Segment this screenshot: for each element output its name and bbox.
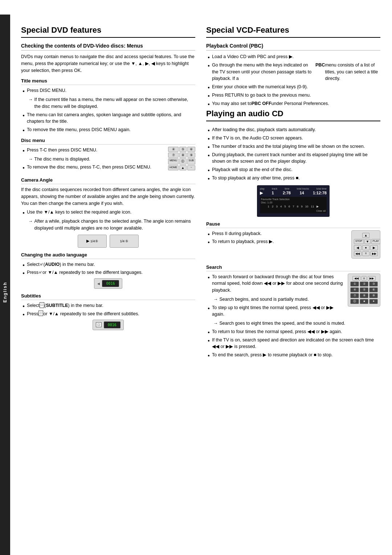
list-item: You may also set to PBC OFF under Person… (206, 100, 380, 107)
sr-k9: ⑨ (369, 293, 378, 298)
pause-section: Pause ▲ STOP ▼ PLAY (206, 221, 380, 260)
pbc-title: Playback Control (PBC) (206, 43, 380, 50)
arrow-item: If the current title has a menu, the men… (21, 96, 195, 110)
key-menu: MENU (168, 158, 179, 165)
key-sub: SUB (187, 158, 195, 165)
audio-cd-section: Playing an audio CD After loading the di… (206, 109, 380, 216)
list-item: Go through the menu with the keys indica… (206, 62, 380, 82)
search-list3: To return to four times the normal speed… (206, 328, 380, 358)
arrow-item: The disc menu is displayed. (21, 156, 164, 163)
lcd-time-label: time (285, 187, 289, 190)
title-menus-section: Title menus Press DISC MENU. If the curr… (21, 78, 195, 133)
list-item: Load a Video CD with PBC and press ▶. (206, 53, 380, 60)
list-item: The number of tracks and the total playi… (206, 143, 380, 150)
audio-cd-list: After loading the disc, playback starts … (206, 126, 380, 181)
audio-lang-image: ◀ 0016 (21, 278, 195, 289)
cam-img-1: ▶ 1/4⑤ (78, 235, 107, 248)
key-5: ⑤ (179, 147, 187, 152)
pbc-section: Playback Control (PBC) Load a Video CD w… (206, 43, 380, 107)
list-item: Use the ▼/▲ keys to select the required … (21, 209, 195, 216)
list-item: If the TV is on, search speed and direct… (206, 337, 380, 351)
left-column: Special DVD features Checking the conten… (21, 25, 195, 555)
sr-k6: ⑥ (369, 287, 378, 292)
key-0: ⓪ (179, 158, 187, 165)
list-item: To return to four times the normal speed… (206, 328, 380, 335)
key-center-btn: ● (362, 245, 370, 250)
audio-language-title: Changing the audio language (21, 252, 195, 259)
title-menus-list2: The menu can list camera angles, spoken … (21, 112, 195, 133)
list-item: The menu can list camera angles, spoken … (21, 112, 195, 125)
sr-rw: ◀◀ (352, 276, 360, 281)
key-8: ⑧ (179, 153, 187, 158)
track-7: 7 (292, 204, 295, 208)
sr-kc: ✦ (369, 299, 378, 304)
track-9: 9 (300, 204, 303, 208)
key-rw: ◀◀ (354, 251, 362, 256)
disc-label: Disc: 1-20 (261, 201, 326, 204)
lcd-track-val: 1 (271, 191, 274, 195)
audio-language-section: Changing the audio language Select ㎡ (AU… (21, 252, 195, 289)
list-item: To end the search, press ▶ to resume pla… (206, 352, 380, 358)
key-play-btn: PLAY (371, 239, 380, 244)
audio-cd-title: Playing an audio CD (206, 109, 380, 121)
camera-angle-body: If the disc contains sequences recorded … (21, 186, 195, 207)
vcd-features-title: Special VCD-Features (206, 25, 380, 38)
audio-cd-lcd: play track time total tracks total time … (257, 185, 330, 217)
cam-img-2: 1/4 ⑤ (110, 235, 139, 248)
fav-label: Favourite Track Selection (261, 198, 326, 200)
list-item: Press T-C then press DISC MENU. (21, 147, 164, 154)
camera-angle-list: Use the ▼/▲ keys to select the required … (21, 209, 195, 216)
sr-k7: ⑦ (350, 293, 359, 298)
clear-label: Clear all (261, 210, 326, 212)
list-item: Press □ or ▼/▲ repeatedly to see the dif… (21, 311, 195, 317)
audio-display: 0016 (102, 280, 119, 287)
track-11: 11 (310, 204, 315, 208)
keypad-image: ④ ⑤ ⑥ ⑦ ⑧ ⑨ MENU ⓪ SUB HOME ▲ → (168, 147, 195, 170)
key-up: ▲ (179, 165, 187, 170)
list-item: To search forward or backward through th… (206, 274, 344, 294)
sr-kb: ★ (360, 299, 368, 304)
track-row: 1 2 3 4 5 6 7 8 9 10 11 ▶ (261, 204, 326, 208)
subtitles-title: Subtitles (21, 293, 195, 300)
lcd-play-val: ▶ (260, 191, 263, 195)
sr-k4: ④ (350, 287, 359, 292)
dvd-features-title: Special DVD features (21, 25, 195, 38)
key-right: → (187, 165, 195, 170)
key-pause-btn: II (362, 251, 370, 256)
arrow-item: After a while, playback changes to the s… (21, 218, 195, 232)
lcd-total-time-val: 1:12:78 (313, 191, 327, 195)
arrow-item-search1: Search begins, and sound is partially mu… (206, 296, 344, 303)
key-7: ⑦ (168, 153, 179, 158)
key-left-btn: ◀ (354, 245, 362, 250)
list-item: Press ㎡ or ▼/▲ repeatedly to see the dif… (21, 269, 195, 276)
title-menus-title: Title menus (21, 78, 195, 85)
track-5: 5 (283, 204, 286, 208)
list-item: Press RETURN to go back to the previous … (206, 92, 380, 99)
list-item: To remove the disc menu, press T-C, then… (21, 164, 164, 171)
title-menus-list: Press DISC MENU. (21, 87, 195, 94)
arrow-item-search2: Search goes to eight times the speed, an… (206, 320, 380, 327)
sr-k5: ⑤ (360, 287, 368, 292)
disc-menu-section: Disc menu ④ ⑤ ⑥ ⑦ ⑧ ⑨ MENU ⓪ SUB HOME (21, 138, 195, 173)
sidebar-language-label: English (0, 15, 10, 555)
disc-menu-title: Disc menu (21, 138, 195, 145)
sr-pause2: II (362, 276, 367, 281)
pause-remote-image: ▲ STOP ▼ PLAY ◀ ● ▶ (351, 230, 380, 259)
sr-ka: ⓪ (350, 299, 359, 304)
lcd-total-time-label: total time (317, 187, 327, 190)
sr-ff: ▶▶ (368, 276, 376, 281)
track-4: 4 (279, 204, 282, 208)
key-4: ④ (168, 147, 179, 152)
list-item: Playback will stop at the end of the dis… (206, 166, 380, 173)
lcd-time-val: 2:78 (283, 191, 291, 195)
list-item: Select □ (SUBTITLE) in the menu bar. (21, 302, 195, 309)
key-6: ⑥ (187, 147, 195, 152)
list-item: To step up to eight times the normal spe… (206, 304, 344, 318)
lcd-play-label: play (260, 187, 265, 190)
list-item: Press DISC MENU. (21, 87, 195, 94)
checking-title: Checking the contents of DVD-Video discs… (21, 43, 195, 50)
key-stop: STOP (354, 239, 364, 244)
list-item: To remove the title menu, press DISC MEN… (21, 126, 195, 133)
list-item: Enter your choice with the numerical key… (206, 84, 380, 90)
lcd-track-label: track (272, 187, 277, 190)
